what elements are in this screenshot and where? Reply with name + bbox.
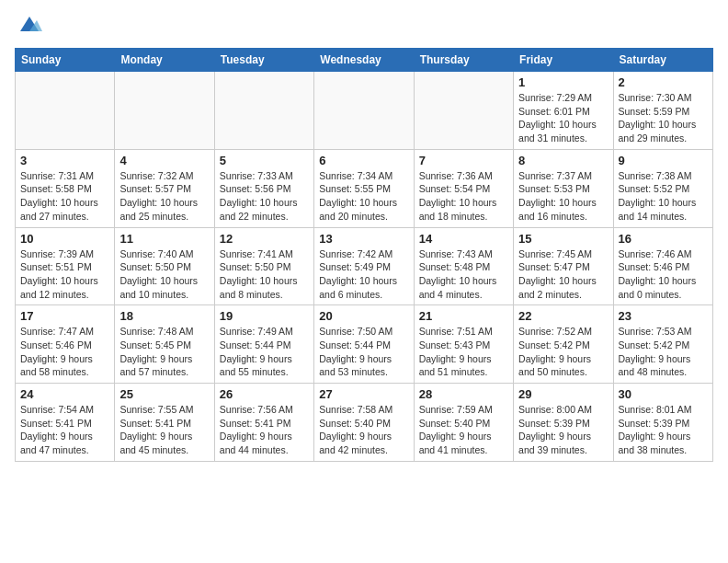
week-row: 1Sunrise: 7:29 AMSunset: 6:01 PMDaylight… bbox=[16, 72, 713, 150]
day-number: 20 bbox=[319, 309, 408, 323]
calendar-cell: 13Sunrise: 7:42 AMSunset: 5:49 PMDayligh… bbox=[314, 227, 414, 305]
weekday-header: Sunday bbox=[16, 49, 115, 72]
week-row: 3Sunrise: 7:31 AMSunset: 5:58 PMDaylight… bbox=[16, 149, 713, 227]
calendar-cell: 24Sunrise: 7:54 AMSunset: 5:41 PMDayligh… bbox=[16, 384, 115, 462]
day-info: Sunrise: 7:50 AMSunset: 5:44 PMDaylight:… bbox=[319, 325, 408, 379]
day-number: 17 bbox=[20, 309, 109, 323]
weekday-header: Wednesday bbox=[314, 49, 414, 72]
day-info: Sunrise: 7:58 AMSunset: 5:40 PMDaylight:… bbox=[319, 403, 408, 457]
day-number: 8 bbox=[518, 154, 608, 167]
calendar: SundayMondayTuesdayWednesdayThursdayFrid… bbox=[15, 48, 713, 462]
calendar-cell bbox=[16, 72, 115, 150]
day-number: 29 bbox=[518, 387, 608, 401]
day-info: Sunrise: 7:53 AMSunset: 5:42 PMDaylight:… bbox=[619, 325, 708, 379]
weekday-header: Thursday bbox=[414, 49, 513, 72]
day-number: 5 bbox=[220, 154, 309, 167]
day-number: 30 bbox=[619, 387, 708, 401]
day-number: 19 bbox=[220, 309, 309, 323]
day-info: Sunrise: 8:01 AMSunset: 5:39 PMDaylight:… bbox=[619, 403, 708, 457]
calendar-cell: 12Sunrise: 7:41 AMSunset: 5:50 PMDayligh… bbox=[214, 227, 313, 305]
day-number: 21 bbox=[419, 309, 508, 323]
weekday-header: Monday bbox=[115, 49, 214, 72]
weekday-header: Saturday bbox=[613, 49, 712, 72]
calendar-cell: 26Sunrise: 7:56 AMSunset: 5:41 PMDayligh… bbox=[214, 384, 313, 462]
calendar-cell bbox=[414, 72, 513, 150]
day-number: 16 bbox=[619, 232, 708, 246]
day-info: Sunrise: 7:41 AMSunset: 5:50 PMDaylight:… bbox=[220, 247, 309, 302]
calendar-cell: 4Sunrise: 7:32 AMSunset: 5:57 PMDaylight… bbox=[115, 149, 214, 227]
day-info: Sunrise: 7:34 AMSunset: 5:55 PMDaylight:… bbox=[319, 169, 408, 224]
calendar-cell: 28Sunrise: 7:59 AMSunset: 5:40 PMDayligh… bbox=[414, 384, 513, 462]
day-number: 1 bbox=[518, 75, 608, 89]
calendar-cell: 25Sunrise: 7:55 AMSunset: 5:41 PMDayligh… bbox=[115, 384, 214, 462]
calendar-cell: 9Sunrise: 7:38 AMSunset: 5:52 PMDaylight… bbox=[613, 149, 712, 227]
day-info: Sunrise: 7:33 AMSunset: 5:56 PMDaylight:… bbox=[220, 169, 309, 224]
weekday-header-row: SundayMondayTuesdayWednesdayThursdayFrid… bbox=[16, 49, 713, 72]
calendar-cell: 23Sunrise: 7:53 AMSunset: 5:42 PMDayligh… bbox=[613, 305, 712, 384]
day-number: 18 bbox=[119, 309, 209, 323]
calendar-cell: 15Sunrise: 7:45 AMSunset: 5:47 PMDayligh… bbox=[514, 227, 613, 305]
calendar-cell: 5Sunrise: 7:33 AMSunset: 5:56 PMDaylight… bbox=[214, 149, 313, 227]
day-info: Sunrise: 7:49 AMSunset: 5:44 PMDaylight:… bbox=[220, 325, 309, 379]
calendar-cell: 11Sunrise: 7:40 AMSunset: 5:50 PMDayligh… bbox=[115, 227, 214, 305]
day-number: 27 bbox=[319, 387, 408, 401]
day-number: 6 bbox=[319, 154, 408, 167]
day-number: 12 bbox=[220, 232, 309, 246]
day-info: Sunrise: 7:46 AMSunset: 5:46 PMDaylight:… bbox=[619, 247, 708, 302]
day-info: Sunrise: 7:30 AMSunset: 5:59 PMDaylight:… bbox=[619, 91, 708, 145]
logo bbox=[15, 15, 42, 37]
calendar-cell: 3Sunrise: 7:31 AMSunset: 5:58 PMDaylight… bbox=[16, 149, 115, 227]
calendar-cell: 19Sunrise: 7:49 AMSunset: 5:44 PMDayligh… bbox=[214, 305, 313, 384]
day-info: Sunrise: 7:31 AMSunset: 5:58 PMDaylight:… bbox=[20, 169, 109, 224]
day-info: Sunrise: 7:37 AMSunset: 5:53 PMDaylight:… bbox=[518, 169, 608, 224]
day-info: Sunrise: 7:42 AMSunset: 5:49 PMDaylight:… bbox=[319, 247, 408, 302]
day-number: 9 bbox=[619, 154, 708, 167]
day-number: 13 bbox=[319, 232, 408, 246]
day-number: 28 bbox=[419, 387, 508, 401]
calendar-cell: 2Sunrise: 7:30 AMSunset: 5:59 PMDaylight… bbox=[613, 72, 712, 150]
day-info: Sunrise: 7:32 AMSunset: 5:57 PMDaylight:… bbox=[119, 169, 209, 224]
logo-icon bbox=[17, 11, 42, 37]
day-info: Sunrise: 7:47 AMSunset: 5:46 PMDaylight:… bbox=[20, 325, 109, 379]
day-info: Sunrise: 7:59 AMSunset: 5:40 PMDaylight:… bbox=[419, 403, 508, 457]
calendar-cell: 1Sunrise: 7:29 AMSunset: 6:01 PMDaylight… bbox=[514, 72, 613, 150]
calendar-cell bbox=[115, 72, 214, 150]
calendar-cell: 16Sunrise: 7:46 AMSunset: 5:46 PMDayligh… bbox=[613, 227, 712, 305]
day-number: 7 bbox=[419, 154, 508, 167]
day-number: 4 bbox=[119, 154, 209, 167]
calendar-cell: 22Sunrise: 7:52 AMSunset: 5:42 PMDayligh… bbox=[514, 305, 613, 384]
day-number: 2 bbox=[619, 75, 708, 89]
weekday-header: Tuesday bbox=[214, 49, 313, 72]
day-number: 15 bbox=[518, 232, 608, 246]
day-info: Sunrise: 7:36 AMSunset: 5:54 PMDaylight:… bbox=[419, 169, 508, 224]
day-number: 24 bbox=[20, 387, 109, 401]
calendar-cell: 20Sunrise: 7:50 AMSunset: 5:44 PMDayligh… bbox=[314, 305, 414, 384]
day-info: Sunrise: 7:55 AMSunset: 5:41 PMDaylight:… bbox=[119, 403, 209, 457]
day-info: Sunrise: 7:29 AMSunset: 6:01 PMDaylight:… bbox=[518, 91, 608, 145]
calendar-cell bbox=[214, 72, 313, 150]
calendar-cell: 7Sunrise: 7:36 AMSunset: 5:54 PMDaylight… bbox=[414, 149, 513, 227]
calendar-cell: 30Sunrise: 8:01 AMSunset: 5:39 PMDayligh… bbox=[613, 384, 712, 462]
day-number: 10 bbox=[20, 232, 109, 246]
calendar-cell: 17Sunrise: 7:47 AMSunset: 5:46 PMDayligh… bbox=[16, 305, 115, 384]
day-number: 25 bbox=[119, 387, 209, 401]
day-info: Sunrise: 7:56 AMSunset: 5:41 PMDaylight:… bbox=[220, 403, 309, 457]
day-number: 22 bbox=[518, 309, 608, 323]
day-info: Sunrise: 7:51 AMSunset: 5:43 PMDaylight:… bbox=[419, 325, 508, 379]
day-info: Sunrise: 7:38 AMSunset: 5:52 PMDaylight:… bbox=[619, 169, 708, 224]
day-info: Sunrise: 7:48 AMSunset: 5:45 PMDaylight:… bbox=[119, 325, 209, 379]
calendar-cell: 6Sunrise: 7:34 AMSunset: 5:55 PMDaylight… bbox=[314, 149, 414, 227]
calendar-cell: 27Sunrise: 7:58 AMSunset: 5:40 PMDayligh… bbox=[314, 384, 414, 462]
day-number: 3 bbox=[20, 154, 109, 167]
day-info: Sunrise: 8:00 AMSunset: 5:39 PMDaylight:… bbox=[518, 403, 608, 457]
calendar-cell: 14Sunrise: 7:43 AMSunset: 5:48 PMDayligh… bbox=[414, 227, 513, 305]
page-header bbox=[15, 15, 713, 37]
day-number: 11 bbox=[119, 232, 209, 246]
week-row: 10Sunrise: 7:39 AMSunset: 5:51 PMDayligh… bbox=[16, 227, 713, 305]
calendar-cell bbox=[314, 72, 414, 150]
day-info: Sunrise: 7:45 AMSunset: 5:47 PMDaylight:… bbox=[518, 247, 608, 302]
day-info: Sunrise: 7:39 AMSunset: 5:51 PMDaylight:… bbox=[20, 247, 109, 302]
calendar-cell: 18Sunrise: 7:48 AMSunset: 5:45 PMDayligh… bbox=[115, 305, 214, 384]
calendar-cell: 29Sunrise: 8:00 AMSunset: 5:39 PMDayligh… bbox=[514, 384, 613, 462]
week-row: 17Sunrise: 7:47 AMSunset: 5:46 PMDayligh… bbox=[16, 305, 713, 384]
